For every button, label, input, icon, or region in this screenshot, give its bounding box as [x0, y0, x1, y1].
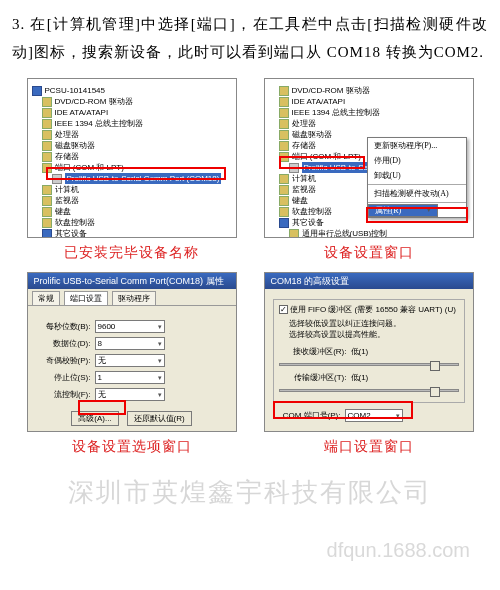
rx-label: 接收缓冲区(R): [279, 346, 347, 357]
tree-port-item[interactable]: Prolific USB-to-Serial Comm Port (COM18) [32, 173, 232, 184]
cell-bottom-left: Prolific USB-to-Serial Comm Port(COM18) … [18, 272, 245, 456]
step-number: 3. [12, 16, 25, 32]
caption-bottom-right: 端口设置窗口 [324, 438, 414, 456]
tab-general[interactable]: 常规 [32, 291, 60, 305]
flow-label: 流控制(F): [36, 389, 91, 400]
stop-select[interactable]: 1 [95, 371, 165, 384]
watermark-url: dfqun.1688.com [327, 539, 470, 562]
cell-top-left: PCSU-10141545 DVD/CD-ROM 驱动器 IDE ATA/ATA… [18, 78, 245, 262]
menu-uninstall[interactable]: 卸载(U) [368, 168, 466, 183]
screenshot-device-tree: PCSU-10141545 DVD/CD-ROM 驱动器 IDE ATA/ATA… [27, 78, 237, 238]
screenshot-grid: PCSU-10141545 DVD/CD-ROM 驱动器 IDE ATA/ATA… [12, 78, 488, 456]
flow-select[interactable]: 无 [95, 388, 165, 401]
cell-top-right: DVD/CD-ROM 驱动器 IDE ATA/ATAPI IEEE 1394 总… [255, 78, 482, 262]
device-tree: PCSU-10141545 DVD/CD-ROM 驱动器 IDE ATA/ATA… [28, 79, 236, 238]
context-menu: 更新驱动程序(P)... 停用(D) 卸载(U) 扫描检测硬件改动(A) 属性(… [367, 137, 467, 218]
screenshot-advanced-settings: COM18 的高级设置 ✓ 使用 FIFO 缓冲区 (需要 16550 兼容 U… [264, 272, 474, 432]
watermark-company: 深圳市英煌鑫宇科技有限公司 [0, 475, 500, 510]
tab-driver[interactable]: 驱动程序 [112, 291, 156, 305]
tx-label: 传输缓冲区(T): [279, 372, 347, 383]
screenshot-port-settings: Prolific USB-to-Serial Comm Port(COM18) … [27, 272, 237, 432]
caption-top-left: 已安装完毕设备名称 [64, 244, 199, 262]
tab-port-settings[interactable]: 端口设置 [64, 291, 108, 305]
cell-bottom-right: COM18 的高级设置 ✓ 使用 FIFO 缓冲区 (需要 16550 兼容 U… [255, 272, 482, 456]
rx-slider[interactable] [279, 363, 459, 366]
restore-button[interactable]: 还原默认值(R) [127, 411, 192, 426]
stop-label: 停止位(S): [36, 372, 91, 383]
menu-disable[interactable]: 停用(D) [368, 153, 466, 168]
portnum-label: COM 端口号(P): [273, 410, 341, 421]
menu-scan-hardware[interactable]: 扫描检测硬件改动(A) [368, 186, 466, 201]
data-select[interactable]: 8 [95, 337, 165, 350]
dialog-title: Prolific USB-to-Serial Comm Port(COM18) … [28, 273, 236, 289]
tree-root: PCSU-10141545 [32, 85, 232, 96]
caption-bottom-left: 设备设置选项窗口 [72, 438, 192, 456]
baud-select[interactable]: 9600 [95, 320, 165, 333]
parity-label: 奇偶校验(P): [36, 355, 91, 366]
fifo-checkbox[interactable]: ✓ [279, 305, 288, 314]
fifo-label: 使用 FIFO 缓冲区 (需要 16550 兼容 UART) (U) [290, 305, 456, 314]
tree-port-group[interactable]: 端口 (COM 和 LPT) [32, 162, 232, 173]
advanced-button[interactable]: 高级(A)... [71, 411, 118, 426]
baud-label: 每秒位数(B): [36, 321, 91, 332]
tx-slider[interactable] [279, 389, 459, 392]
menu-update-driver[interactable]: 更新驱动程序(P)... [368, 138, 466, 153]
hint1: 选择较低设置以纠正连接问题。 [279, 318, 459, 329]
caption-top-right: 设备设置窗口 [324, 244, 414, 262]
screenshot-context-menu: DVD/CD-ROM 驱动器 IDE ATA/ATAPI IEEE 1394 总… [264, 78, 474, 238]
instruction-body: 在[计算机管理]中选择[端口]，在工具栏中点击[扫描检测硬件改动]图标，搜索新设… [12, 16, 488, 60]
menu-properties[interactable]: 属性(R) [368, 204, 438, 217]
advanced-title: COM18 的高级设置 [265, 273, 473, 289]
parity-select[interactable]: 无 [95, 354, 165, 367]
portnum-select[interactable]: COM2 [345, 409, 403, 422]
data-label: 数据位(D): [36, 338, 91, 349]
instruction-text: 3. 在[计算机管理]中选择[端口]，在工具栏中点击[扫描检测硬件改动]图标，搜… [12, 10, 488, 66]
hint2: 选择较高设置以提高性能。 [279, 329, 459, 340]
dialog-tabs: 常规 端口设置 驱动程序 [28, 289, 236, 306]
